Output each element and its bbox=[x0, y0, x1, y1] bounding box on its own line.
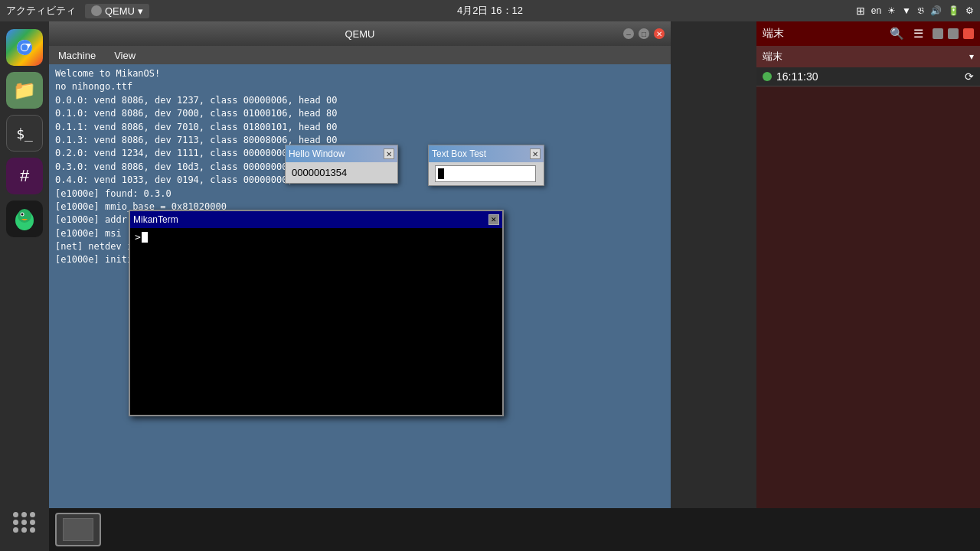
qemu-window: QEMU – □ ✕ Machine View Welcome to Mikan… bbox=[49, 21, 671, 508]
svg-point-6 bbox=[21, 214, 24, 216]
brightness-icon: ☀ bbox=[887, 5, 896, 16]
dock-appgrid-button[interactable] bbox=[6, 504, 43, 540]
qemu-window-title: QEMU bbox=[345, 28, 375, 40]
hello-window-close-button[interactable]: ✕ bbox=[384, 148, 394, 159]
qemu-screen: Welcome to MikanOS! no nihongo.ttf 0.0.0… bbox=[49, 64, 671, 508]
mikanterm-titlebar: MikanTerm ✕ bbox=[130, 211, 502, 228]
battery-icon: 🔋 bbox=[948, 5, 959, 16]
volume-icon: 🔊 bbox=[930, 5, 942, 16]
right-maximize-button[interactable] bbox=[948, 28, 959, 39]
dock-parrot-icon[interactable] bbox=[6, 201, 43, 237]
top-bar-datetime: 4月2日 16：12 bbox=[457, 4, 523, 18]
top-bar: アクティビティ QEMU ▾ 4月2日 16：12 ⊞ en ☀ ▼ 𝔅 🔊 🔋… bbox=[0, 0, 980, 21]
terminal-panel-label: 端末 bbox=[763, 50, 782, 64]
textbox-input[interactable] bbox=[435, 165, 536, 182]
qemu-app-label: QEMU bbox=[105, 5, 135, 17]
terminal-panel: 端末 ▾ 16:11:30 ⟳ bbox=[756, 46, 980, 551]
qemu-maximize-button[interactable]: □ bbox=[639, 28, 649, 39]
term-prompt-symbol: > bbox=[135, 231, 141, 243]
clock-display: 16:11:30 ⟳ bbox=[756, 67, 980, 86]
hello-window-titlebar: Hello Window ✕ bbox=[286, 145, 397, 162]
qemu-app-indicator[interactable]: QEMU ▾ bbox=[85, 4, 149, 18]
top-bar-right: ⊞ en ☀ ▼ 𝔅 🔊 🔋 ⚙ bbox=[856, 5, 974, 17]
right-panel-title: 端末 bbox=[763, 27, 784, 41]
hello-window-content: 0000001354 bbox=[292, 167, 347, 178]
mikanterm-body: > bbox=[130, 228, 502, 415]
right-panel-header: 端末 🔍 ☰ bbox=[756, 21, 980, 46]
dock-slack-icon[interactable]: # bbox=[6, 158, 43, 194]
mikanterm-close-button[interactable]: ✕ bbox=[488, 214, 499, 225]
right-menu-icon[interactable]: ☰ bbox=[913, 27, 923, 41]
left-dock: 📁 $_ # bbox=[0, 21, 49, 551]
terminal-panel-header: 端末 ▾ bbox=[756, 46, 980, 67]
textbox-window-close-button[interactable]: ✕ bbox=[530, 148, 541, 159]
term-prompt: > bbox=[135, 231, 498, 243]
dock-chrome-icon[interactable] bbox=[6, 29, 43, 66]
qemu-menu-view[interactable]: View bbox=[111, 50, 139, 61]
qemu-close-button[interactable]: ✕ bbox=[654, 28, 665, 39]
term-block-cursor bbox=[142, 232, 148, 243]
qemu-indicator-icon bbox=[91, 5, 102, 16]
settings-icon[interactable]: ⚙ bbox=[965, 5, 974, 16]
taskbar-item-1[interactable] bbox=[55, 513, 101, 546]
mikanterm-window[interactable]: MikanTerm ✕ > bbox=[129, 210, 504, 416]
text-cursor bbox=[438, 168, 444, 179]
wifi-icon: ▼ bbox=[902, 5, 911, 16]
hello-window[interactable]: Hello Window ✕ 0000001354 bbox=[285, 145, 398, 184]
qemu-menubar: Machine View bbox=[49, 46, 671, 64]
right-minimize-button[interactable] bbox=[933, 28, 943, 39]
bluetooth-icon: 𝔅 bbox=[917, 5, 924, 16]
qemu-menu-machine[interactable]: Machine bbox=[55, 50, 99, 61]
bottom-taskbar bbox=[49, 508, 980, 551]
qemu-minimize-button[interactable]: – bbox=[623, 28, 634, 39]
svg-point-4 bbox=[18, 209, 31, 223]
right-panel-icons: 🔍 ☰ bbox=[890, 27, 974, 41]
terminal-panel-arrow[interactable]: ▾ bbox=[969, 51, 974, 62]
right-close-button[interactable] bbox=[963, 28, 974, 39]
right-search-icon[interactable]: 🔍 bbox=[890, 27, 904, 41]
qemu-window-controls: – □ ✕ bbox=[623, 28, 665, 39]
hello-window-body: 0000001354 bbox=[286, 162, 397, 183]
textbox-window-title: Text Box Test bbox=[432, 148, 486, 159]
right-panel-window-controls bbox=[933, 28, 974, 39]
textbox-window[interactable]: Text Box Test ✕ bbox=[428, 145, 544, 186]
hello-window-title: Hello Window bbox=[289, 148, 345, 159]
dock-files-icon[interactable]: 📁 bbox=[6, 72, 43, 109]
qemu-titlebar: QEMU – □ ✕ bbox=[49, 21, 671, 46]
textbox-window-titlebar: Text Box Test ✕ bbox=[429, 145, 544, 162]
right-panel: 端末 🔍 ☰ 端末 ▾ 16:11:30 ⟳ bbox=[756, 21, 980, 551]
system-icon-apps: ⊞ bbox=[856, 5, 865, 17]
clock-time: 16:11:30 bbox=[776, 70, 818, 83]
top-bar-left: アクティビティ QEMU ▾ bbox=[6, 4, 149, 18]
svg-point-2 bbox=[21, 44, 28, 51]
clock-refresh-icon[interactable]: ⟳ bbox=[965, 70, 974, 83]
dock-terminal-icon[interactable]: $_ bbox=[6, 115, 43, 152]
appgrid-icon bbox=[13, 512, 36, 533]
qemu-dropdown-icon: ▾ bbox=[138, 5, 143, 17]
clock-green-dot bbox=[763, 72, 772, 81]
activity-label[interactable]: アクティビティ bbox=[6, 4, 76, 18]
lang-indicator[interactable]: en bbox=[871, 5, 881, 16]
mikanterm-title: MikanTerm bbox=[133, 214, 178, 225]
